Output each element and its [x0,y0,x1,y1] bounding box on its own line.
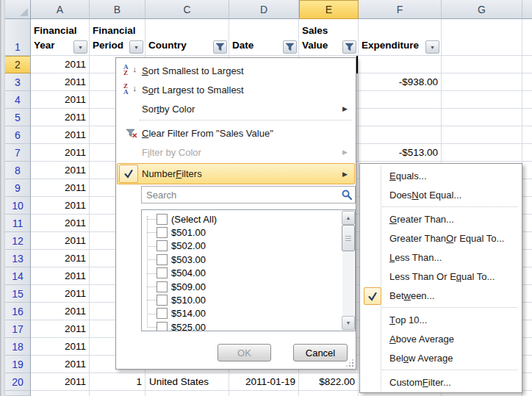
value-checkbox[interactable] [157,322,168,331]
header-dropdown-button-B[interactable]: ▼ [129,40,143,54]
scroll-down-button[interactable]: ▼ [342,316,355,330]
search-input[interactable] [141,186,356,204]
value-checkbox[interactable] [157,254,168,265]
cell-A10[interactable]: 2011 [31,197,90,214]
scroll-up-button[interactable]: ▲ [342,211,355,225]
row-header-19[interactable]: 19 [5,356,31,373]
cell-A9[interactable]: 2011 [31,179,90,196]
header-dropdown-button-F[interactable]: ▼ [425,40,439,54]
list-item[interactable]: $502.00 [142,240,342,253]
row-header-17[interactable]: 17 [5,320,31,338]
value-checkbox[interactable] [157,240,168,251]
submenu-item-does-not-equal[interactable]: Does Not Equal... [362,185,520,204]
row-header-14[interactable]: 14 [5,267,31,285]
submenu-item-above-average[interactable]: Above Average [362,329,520,348]
select-all-corner[interactable] [5,0,31,19]
column-header-E[interactable]: E [299,0,359,19]
list-item[interactable]: (Select All) [142,212,342,226]
cell-A14[interactable]: 2011 [31,267,90,284]
list-item[interactable]: $501.00 [142,226,342,239]
cell-A17[interactable]: 2011 [31,320,90,337]
value-checkbox[interactable] [157,214,168,225]
cell-F7[interactable]: -$513.00 [359,144,442,161]
row-header-10[interactable]: 10 [5,197,31,215]
list-item[interactable]: $525.00 [142,320,342,331]
column-header-A[interactable]: A [31,0,90,19]
row-header-5[interactable]: 5 [5,109,31,126]
value-checkbox[interactable] [157,267,168,278]
menu-item-sort-by-color[interactable]: Sort by Color▶ [118,99,354,118]
row-header-6[interactable]: 6 [5,126,31,144]
cell-D20[interactable]: 2011-01-19 [229,373,299,390]
cell-A18[interactable]: 2011 [31,338,90,355]
value-checkbox[interactable] [157,281,168,292]
resize-grip-icon[interactable] [347,360,354,367]
cell-A6[interactable]: 2011 [31,126,90,143]
cell-F3[interactable]: -$938.00 [359,73,442,90]
menu-item-filter-by-color[interactable]: Filter by Color▶ [118,143,354,162]
header-filter-button-D[interactable] [283,40,297,54]
cell-A20[interactable]: 2011 [31,373,90,390]
submenu-item-custom-filter[interactable]: Custom Filter... [362,372,520,392]
row-header-18[interactable]: 18 [5,338,31,356]
row-header-12[interactable]: 12 [5,232,31,250]
value-checkbox[interactable] [157,295,168,306]
row-header-3[interactable]: 3 [5,73,31,91]
list-item[interactable]: $510.00 [142,293,342,306]
cell-A19[interactable]: 2011 [31,356,90,372]
submenu-item-top-10[interactable]: Top 10... [362,310,520,329]
value-checkbox[interactable] [157,227,168,238]
column-header-C[interactable]: C [145,0,229,19]
column-header-B[interactable]: B [90,0,145,19]
cell-C20[interactable]: United States [145,373,229,390]
row-header-11[interactable]: 11 [5,215,31,232]
list-item[interactable]: $509.00 [142,280,342,293]
row-header-9[interactable]: 9 [5,179,31,197]
cell-A13[interactable]: 2011 [31,250,90,267]
header-dropdown-button-A[interactable]: ▼ [73,40,87,54]
cell-A12[interactable]: 2011 [31,232,90,249]
submenu-item-equals[interactable]: Equals... [362,166,520,185]
submenu-item-between[interactable]: Between... [362,286,520,305]
submenu-item-greater-than[interactable]: Greater Than... [362,209,520,228]
row-header-1[interactable]: 1 [5,19,31,56]
menu-item-sort-smallest-to-largest[interactable]: AZ↓Sort Smallest to Largest [118,61,354,80]
cell-A4[interactable]: 2011 [31,91,90,108]
header-filter-button-C[interactable] [213,40,227,54]
row-header-8[interactable]: 8 [5,162,31,179]
menu-item-number-filters[interactable]: Number Filters▶ [117,163,355,184]
submenu-item-less-than[interactable]: Less Than... [362,248,520,267]
list-item[interactable]: $514.00 [142,307,342,320]
submenu-item-greater-than-or-equal-to[interactable]: Greater Than Or Equal To... [362,228,520,248]
cell-A5[interactable]: 2011 [31,109,90,126]
list-item[interactable]: $504.00 [142,267,342,280]
cell-A7[interactable]: 2011 [31,144,90,161]
cell-A11[interactable]: 2011 [31,215,90,231]
column-header-G[interactable]: G [442,0,522,19]
row-header-16[interactable]: 16 [5,303,31,320]
cell-E20[interactable]: $822.00 [299,373,359,390]
menu-item-clear-filter[interactable]: ✕Clear Filter From "Sales Value" [118,123,354,143]
row-header-20[interactable]: 20 [5,373,31,391]
cancel-button[interactable]: Cancel [293,344,348,361]
cell-A3[interactable]: 2011 [31,73,90,90]
menu-item-sort-largest-to-smallest[interactable]: ZA↓Sort Largest to Smallest [118,80,354,99]
cell-A15[interactable]: 2011 [31,285,90,302]
submenu-item-less-than-or-equal-to[interactable]: Less Than Or Equal To... [362,267,520,286]
row-header-partial[interactable] [5,391,31,396]
cell-A8[interactable]: 2011 [31,162,90,179]
column-header-D[interactable]: D [229,0,299,19]
cell-B20[interactable]: 1 [90,373,145,390]
header-filter-button-E[interactable] [342,40,356,54]
row-header-2[interactable]: 2 [5,56,31,73]
value-checkbox[interactable] [157,308,168,319]
submenu-item-below-average[interactable]: Below Average [362,348,520,367]
column-header-F[interactable]: F [359,0,442,19]
row-header-13[interactable]: 13 [5,250,31,267]
header-cell-F[interactable]: Expenditure [359,19,471,56]
cell-A2[interactable]: 2011 [31,56,90,73]
row-header-4[interactable]: 4 [5,91,31,109]
column-header-partial[interactable] [522,0,532,19]
row-header-15[interactable]: 15 [5,285,31,303]
search-icon[interactable] [342,190,352,200]
